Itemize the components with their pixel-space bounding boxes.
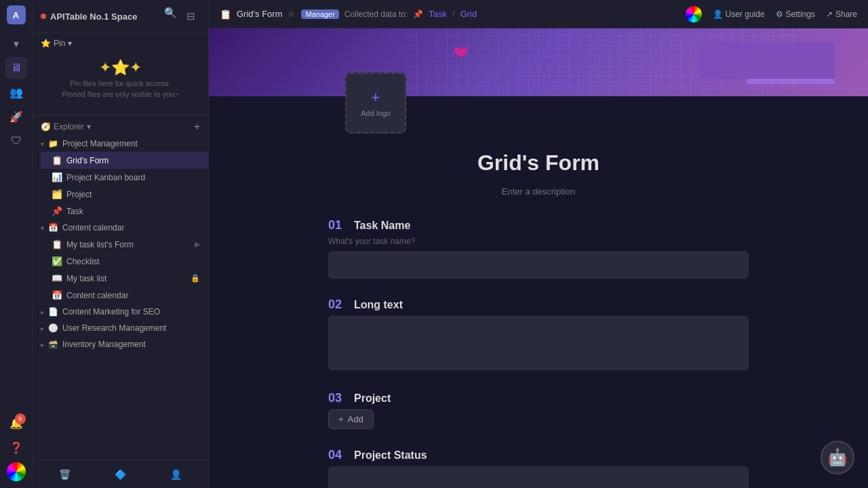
icon-bar: A ▾ 🖥 👥 🚀 🛡 🔔 9 ❓ bbox=[0, 0, 33, 488]
tree-children-project-management: 📋 Grid's Form 📊 Project Kanban board 🗂️ … bbox=[33, 152, 208, 220]
topbar-star-btn[interactable]: ☆ bbox=[288, 9, 296, 19]
search-icon[interactable]: 🔍 bbox=[164, 7, 177, 26]
sidebar-item-grids-form[interactable]: 📋 Grid's Form bbox=[41, 152, 208, 169]
header-icons: 🔍 ⊟ bbox=[164, 7, 200, 26]
sidebar-footer: 🗑️ 🔷 👤 bbox=[33, 460, 208, 488]
sidebar-item-my-task-form[interactable]: 📋 My task list's Form ▶ bbox=[41, 236, 208, 253]
item-icon-checklist: ✅ bbox=[52, 256, 62, 266]
home-icon-btn[interactable]: 🖥 bbox=[5, 57, 27, 79]
topbar-form-name: Grid's Form bbox=[237, 9, 282, 19]
tree-group-header-project-management[interactable]: ▾ 📁 Project Management bbox=[33, 136, 208, 152]
pin-label: Pin bbox=[54, 39, 65, 48]
pin-icon: 📌 bbox=[413, 9, 423, 19]
group-arrow-icon: ▾ bbox=[41, 140, 44, 148]
sidebar-title: APITable No.1 Space bbox=[41, 12, 137, 22]
share-arrow-icon: ↗ bbox=[826, 9, 833, 19]
item-label-project: Project bbox=[66, 190, 200, 199]
item-action-my-task-list: 🔒 bbox=[191, 274, 200, 283]
rainbow-circle bbox=[7, 462, 26, 481]
item-icon-project-kanban: 📊 bbox=[52, 172, 62, 182]
sidebar-item-content-calendar[interactable]: 📅 Content calendar bbox=[41, 287, 208, 304]
sidebar-item-task[interactable]: 📌 Task bbox=[41, 203, 208, 220]
item-label-grids-form: Grid's Form bbox=[66, 156, 200, 165]
sidebar-item-my-task-list[interactable]: 📖 My task list 🔒 bbox=[41, 270, 208, 287]
field-sublabel-task-name: What's your task name? bbox=[328, 237, 749, 246]
group-label-content-marketing: Content Marketing for SEO bbox=[62, 307, 160, 317]
task-link[interactable]: Task bbox=[429, 9, 447, 19]
item-icon-my-task-form: 📋 bbox=[52, 239, 62, 249]
rainbow-avatar-btn[interactable] bbox=[686, 6, 702, 22]
group-arrow-icon-calendar: ▾ bbox=[41, 224, 44, 232]
explorer-section: 🧭 Explorer ▾ + ▾ 📁 Project Management 📋 … bbox=[33, 115, 208, 460]
group-icon-content-marketing: 📄 bbox=[48, 307, 58, 317]
avatar[interactable]: A bbox=[7, 5, 26, 24]
tree-group-header-inventory[interactable]: ▸ 🗃️ Inventory Management bbox=[33, 336, 208, 352]
topbar-form-icon: 📋 bbox=[220, 9, 231, 20]
sidebar-item-project[interactable]: 🗂️ Project bbox=[41, 186, 208, 203]
item-action-my-task-form: ▶ bbox=[195, 240, 200, 249]
item-icon-content-calendar: 📅 bbox=[52, 290, 62, 300]
notifications-btn[interactable]: 🔔 9 bbox=[5, 412, 27, 434]
rainbow-icon-btn[interactable] bbox=[5, 461, 27, 483]
sidebar-item-project-kanban[interactable]: 📊 Project Kanban board bbox=[41, 169, 208, 186]
item-icon-task: 📌 bbox=[52, 206, 62, 216]
add-node-btn[interactable]: + bbox=[194, 121, 200, 133]
item-icon-grids-form: 📋 bbox=[52, 155, 62, 165]
explorer-label: Explorer bbox=[54, 122, 84, 131]
field-label-task-name: Task Name bbox=[354, 220, 410, 232]
rocket-icon-btn[interactable]: 🚀 bbox=[5, 106, 27, 127]
grid-link[interactable]: Grid bbox=[460, 9, 477, 19]
form-content: ❤ + Add logo 01 Task Name What's your ta… bbox=[209, 28, 868, 488]
field-label-long-text: Long text bbox=[354, 299, 403, 311]
group-arrow-icon-inventory: ▸ bbox=[41, 341, 44, 348]
field-input-task-name[interactable] bbox=[328, 251, 749, 279]
users-icon-btn[interactable]: 👥 bbox=[5, 81, 27, 103]
item-label-my-task-form: My task list's Form bbox=[66, 240, 191, 249]
group-arrow-icon-user-research: ▸ bbox=[41, 325, 44, 332]
topbar: 📋 Grid's Form ☆ Manager Collected data t… bbox=[209, 0, 868, 28]
sidebar-item-checklist[interactable]: ✅ Checklist bbox=[41, 253, 208, 270]
field-input-project-status[interactable] bbox=[328, 466, 749, 488]
robot-help-btn[interactable]: 🤖 bbox=[821, 441, 854, 474]
tree-group-header-content-calendar[interactable]: ▾ 📅 Content calendar bbox=[33, 220, 208, 236]
group-label-inventory: Inventory Management bbox=[62, 340, 146, 349]
space-name: APITable No.1 Space bbox=[50, 12, 137, 22]
item-icon-my-task-list: 📖 bbox=[52, 273, 62, 283]
banner-purple-line bbox=[747, 79, 835, 84]
shield-icon-btn[interactable]: 🛡 bbox=[5, 130, 27, 152]
share-label: Share bbox=[835, 9, 857, 19]
pin-empty-line2: Pinned files are only visible to you~ bbox=[62, 90, 178, 98]
add-member-btn[interactable]: 👤 bbox=[167, 465, 186, 484]
sidebar-toggle-btn[interactable]: ▾ bbox=[5, 33, 27, 54]
pin-header[interactable]: ⭐ Pin ▾ bbox=[41, 39, 200, 48]
add-logo-box[interactable]: + Add logo bbox=[345, 73, 406, 134]
explorer-toggle[interactable]: 🧭 Explorer ▾ bbox=[41, 122, 91, 131]
item-label-my-task-list: My task list bbox=[66, 274, 186, 283]
field-add-btn-project[interactable]: + Add bbox=[328, 409, 374, 429]
template-btn[interactable]: 🔷 bbox=[111, 465, 130, 484]
collapse-btn[interactable]: ⊟ bbox=[181, 7, 200, 26]
item-label-content-calendar: Content calendar bbox=[66, 291, 200, 300]
help-icon-btn[interactable]: ❓ bbox=[5, 436, 27, 458]
settings-btn[interactable]: ⚙ Settings bbox=[776, 9, 815, 19]
settings-gear-icon: ⚙ bbox=[776, 9, 783, 19]
item-label-task: Task bbox=[66, 207, 200, 216]
tree-group-header-user-research[interactable]: ▸ ⚪ User Research Management bbox=[33, 320, 208, 336]
user-guide-icon: 👤 bbox=[713, 9, 723, 19]
user-guide-btn[interactable]: 👤 User guide bbox=[713, 9, 765, 19]
form-description-input[interactable] bbox=[328, 186, 749, 197]
field-textarea-long-text[interactable] bbox=[328, 316, 749, 370]
manager-badge: Manager bbox=[301, 9, 338, 19]
field-num-project: 03 bbox=[328, 391, 347, 405]
tree-group-header-content-marketing[interactable]: ▸ 📄 Content Marketing for SEO bbox=[33, 304, 208, 320]
topbar-left: 📋 Grid's Form ☆ Manager Collected data t… bbox=[220, 9, 477, 20]
settings-label: Settings bbox=[786, 9, 815, 19]
pin-empty-line1: Pin files here for quick access. bbox=[70, 79, 171, 87]
share-btn[interactable]: ↗ Share bbox=[826, 9, 857, 19]
banner-heart-icon: ❤ bbox=[453, 42, 469, 64]
group-label-content-calendar: Content calendar bbox=[62, 223, 124, 232]
banner-purple-rect bbox=[699, 42, 835, 79]
trash-btn[interactable]: 🗑️ bbox=[55, 465, 74, 484]
field-header-project-status: 04 Project Status bbox=[328, 448, 749, 462]
form-title-input[interactable] bbox=[328, 150, 749, 176]
